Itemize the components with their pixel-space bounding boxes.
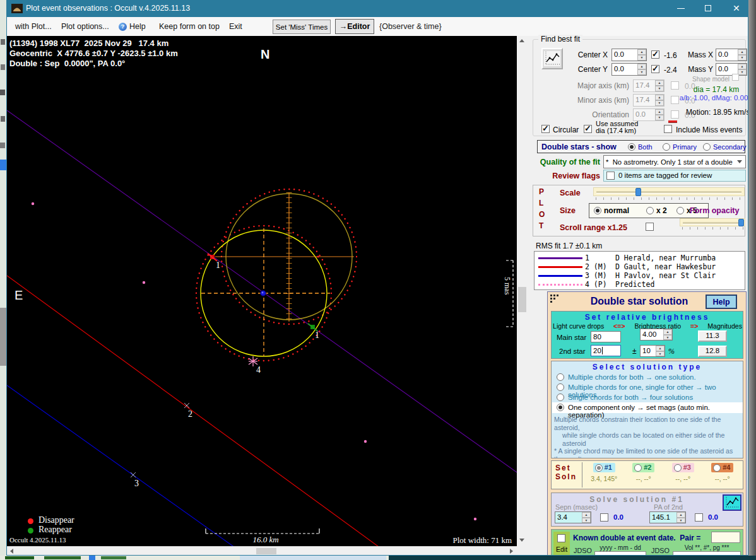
circular-label: Circular xyxy=(553,125,579,134)
title-bar[interactable]: Plot event observations : Occult v.4.202… xyxy=(7,0,748,17)
scroll-range-checkbox[interactable] xyxy=(646,223,654,231)
horizontal-scroll-thumb[interactable] xyxy=(256,548,276,554)
spin-up-icon[interactable]: ▲ xyxy=(637,49,646,55)
solution-type-selected-row[interactable]: One component only → set mags (auto min.… xyxy=(552,402,743,413)
list-item[interactable]: 2 (M) D Gault, near Hawkesbur xyxy=(535,262,745,271)
solution-type-radio-3[interactable] xyxy=(557,404,564,411)
observer-list[interactable]: 1 D Herald, near Murrumba 2 (M) D Gault,… xyxy=(534,251,745,290)
menu-keep-on-top[interactable]: Keep form on top xyxy=(159,22,220,31)
scroll-up-icon[interactable] xyxy=(519,39,524,42)
set-miss-times-button[interactable]: Set 'Miss' Times xyxy=(273,20,331,34)
soln-chip-1[interactable]: #1 3.4, 145° xyxy=(584,463,624,482)
soln-1-radio[interactable] xyxy=(595,464,603,472)
center-dot xyxy=(261,291,266,296)
double-stars-primary-radio[interactable] xyxy=(663,143,670,151)
vertical-scrollbar[interactable] xyxy=(517,36,528,546)
menu-plot-options[interactable]: Plot options... xyxy=(61,22,109,31)
scroll-down-icon[interactable] xyxy=(519,539,524,542)
scale-slider-thumb[interactable] xyxy=(635,188,641,196)
menu-with-plot[interactable]: with Plot... xyxy=(15,22,52,31)
sepn-lock-checkbox[interactable] xyxy=(600,513,608,522)
shape-model-checkbox[interactable] xyxy=(732,74,739,81)
mass-y-spinner[interactable]: 0.0▲▼ xyxy=(716,63,747,76)
soln-chip-2[interactable]: #2 --, --° xyxy=(624,463,664,482)
solve-chart-button[interactable] xyxy=(723,494,741,511)
spin-down-icon[interactable]: ▼ xyxy=(738,55,747,61)
double-stars-both-radio[interactable] xyxy=(628,143,635,151)
vol-input[interactable] xyxy=(673,551,741,556)
include-miss-checkbox[interactable] xyxy=(664,125,672,133)
size-normal-radio[interactable] xyxy=(594,207,601,214)
second-star-drop-input[interactable]: 20 xyxy=(591,345,621,356)
solution-type-radio-0[interactable] xyxy=(557,373,564,381)
center-x-spinner[interactable]: 0.0▲▼ xyxy=(611,49,647,61)
spin-down-icon[interactable]: ▼ xyxy=(676,518,685,523)
opacity-slider[interactable] xyxy=(680,218,745,226)
help-icon[interactable]: ? xyxy=(119,23,127,31)
mass-x-spinner[interactable]: 0.0▲▼ xyxy=(716,49,747,61)
double-stars-secondary-radio[interactable] xyxy=(703,143,711,151)
scale-slider[interactable] xyxy=(593,187,745,196)
horizontal-scrollbar[interactable] xyxy=(7,546,517,556)
spin-up-icon[interactable]: ▲ xyxy=(663,329,672,335)
solution-type-radio-2[interactable] xyxy=(557,394,564,401)
spin-down-icon[interactable]: ▼ xyxy=(637,69,646,75)
solution-type-radio-1[interactable] xyxy=(557,383,564,391)
use-assumed-checkbox[interactable] xyxy=(584,125,592,133)
spin-up-icon[interactable]: ▲ xyxy=(582,512,591,518)
scroll-left-icon[interactable] xyxy=(10,549,13,554)
list-item[interactable]: 1 D Herald, near Murrumba xyxy=(535,254,745,262)
center-y-checkbox[interactable] xyxy=(651,65,659,73)
center-y-spinner[interactable]: 0.0▲▼ xyxy=(611,63,647,76)
opacity-slider-thumb[interactable] xyxy=(738,219,744,226)
soln-2-radio[interactable] xyxy=(634,464,642,472)
plot-area[interactable]: 1 1 2 3 4 (11394) 1998 XL77 2025 Nov 29 … xyxy=(7,36,517,546)
list-item[interactable]: 4 (P) Predicted xyxy=(535,280,745,289)
ratio-spinner[interactable]: 4.00▲▼ xyxy=(640,329,673,341)
spin-up-icon[interactable]: ▲ xyxy=(637,64,646,69)
spin-down-icon[interactable]: ▼ xyxy=(738,69,747,75)
spin-down-icon[interactable]: ▼ xyxy=(663,335,672,341)
pa-spinner[interactable]: 145.1▲▼ xyxy=(649,511,686,523)
circular-checkbox[interactable] xyxy=(541,125,550,133)
spin-up-icon[interactable]: ▲ xyxy=(738,64,747,69)
size-x5-radio[interactable] xyxy=(676,207,684,214)
spin-down-icon[interactable]: ▼ xyxy=(637,55,646,61)
soln-4-radio[interactable] xyxy=(713,464,721,472)
maximize-icon[interactable] xyxy=(705,5,711,11)
center-x-checkbox[interactable] xyxy=(651,50,659,59)
size-x2-radio[interactable] xyxy=(646,207,654,214)
vertical-scroll-thumb[interactable] xyxy=(518,287,526,312)
minimize-icon[interactable] xyxy=(677,8,685,9)
soln-chip-3[interactable]: #3 --, --° xyxy=(663,463,703,482)
help-button[interactable]: Help xyxy=(706,295,737,309)
quality-label: Quality of the fit xyxy=(531,158,600,166)
quality-dropdown[interactable]: * No astrometry. Only 1 star of a double xyxy=(603,155,746,168)
pa-lock-checkbox[interactable] xyxy=(695,513,703,522)
background-window-fragment xyxy=(1,116,5,122)
mass-x-label: Mass X xyxy=(685,50,713,59)
edit-checkbox[interactable] xyxy=(557,534,565,542)
date-format-label: yyyy - mm - dd xyxy=(594,544,646,551)
scroll-right-icon[interactable] xyxy=(510,549,513,554)
app-icon xyxy=(11,4,23,13)
list-item[interactable]: 3 (M) H Pavlov, near St Clair xyxy=(535,271,745,280)
main-star-drop-input[interactable]: 80 xyxy=(591,331,621,342)
close-icon[interactable]: ✕ xyxy=(733,3,740,13)
spin-up-icon[interactable]: ▲ xyxy=(738,49,747,55)
menu-exit[interactable]: Exit xyxy=(229,22,242,31)
fit-chart-button[interactable] xyxy=(541,48,563,69)
menu-help[interactable]: Help xyxy=(129,22,146,31)
editor-button[interactable]: →Editor xyxy=(335,19,374,34)
pair-input[interactable] xyxy=(711,532,740,543)
review-flags-checkbox[interactable] xyxy=(606,172,615,180)
soln-chip-4[interactable]: #4 --, --° xyxy=(703,463,743,482)
soln-3-radio[interactable] xyxy=(674,464,682,472)
spin-up-icon[interactable]: ▲ xyxy=(676,512,685,518)
date-input[interactable] xyxy=(594,551,646,556)
spin-down-icon[interactable]: ▼ xyxy=(656,351,664,357)
tolerance-spinner[interactable]: 10▲▼ xyxy=(640,345,665,357)
spin-down-icon[interactable]: ▼ xyxy=(582,518,591,523)
sepn-spinner[interactable]: 3.4▲▼ xyxy=(555,511,591,523)
spin-up-icon[interactable]: ▲ xyxy=(656,346,664,351)
